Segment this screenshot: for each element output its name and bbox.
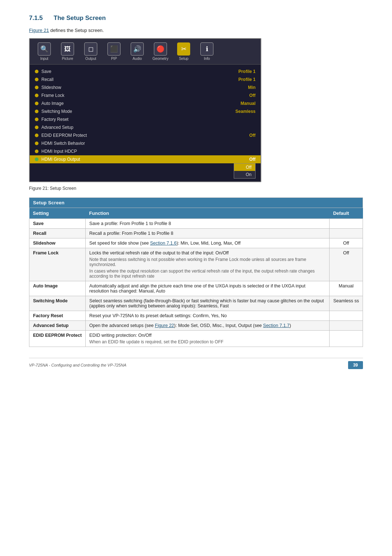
function-text: EDID writing protection: On/Off [89,333,326,338]
input-icon: 🔍 [38,42,51,56]
table-default-7 [330,321,363,331]
menu-value-8: Off [249,133,256,138]
geometry-label: Geometry [152,57,168,61]
menu-dot-5 [35,110,38,113]
table-row-8: EDID EEPROM ProtectEDID writing protecti… [29,331,363,347]
menu-row-1[interactable]: Recall Profile 1 [30,75,261,83]
menu-row-6[interactable]: Factory Reset [30,115,261,123]
table-row-7: Advanced SetupOpen the advanced setups (… [29,321,363,331]
function-text: Note that seamless switching is not poss… [89,257,326,267]
menu-label-0: Save [41,69,51,74]
menu-dot-7 [35,126,38,129]
table-default-3: Off [330,248,363,281]
function-text: Recall a profile: From Profile 1 to Prof… [89,231,326,236]
menu-value-2: Min [248,85,256,90]
table-setting-1: Recall [29,229,86,238]
function-text: Save a profile: From Profile 1 to Profil… [89,221,326,226]
dropdown-item-on[interactable]: On [234,171,255,178]
table-default-4: Manual [330,281,363,296]
menu-row-4[interactable]: Auto Image Manual [30,99,261,107]
menu-row-2[interactable]: Slideshow Min [30,83,261,91]
toolbar-item-picture[interactable]: 🖼 Picture [57,41,78,62]
table-default-8 [330,331,363,347]
function-text: Automatically adjust and align the pictu… [89,283,326,294]
table-col-setting: Setting [29,208,86,219]
menu-value-0: Profile 1 [238,69,256,74]
input-label: Input [40,57,48,61]
menu-dot-1 [35,78,38,81]
menu-row-5[interactable]: Switching Mode Seamless [30,107,261,115]
table-setting-5: Switching Mode [29,296,86,311]
toolbar-item-pip[interactable]: ⬛ PIP [103,41,125,62]
table-col-default: Default [330,208,363,219]
function-link2[interactable]: Section 7.1.7 [263,323,290,328]
menu-value-3: Off [249,93,256,98]
function-link[interactable]: Figure 22 [155,323,174,328]
page-footer: VP-725NA - Configuring and Controlling t… [29,358,363,369]
table-col-function: Function [86,208,330,219]
function-text: Reset your VP-725NA to its preset defaul… [89,313,326,318]
table-setting-2: Slideshow [29,238,86,248]
menu-row-3[interactable]: Frame Lock Off [30,91,261,99]
menu-dot-6 [35,118,38,121]
function-text: When an EDID file update is required, se… [89,339,326,344]
menu-value-11: Off [249,157,256,162]
toolbar-item-info[interactable]: ℹ Info [196,41,218,62]
table-function-8: EDID writing protection: On/OffWhen an E… [86,331,330,347]
table-function-3: Locks the vertical refresh rate of the o… [86,248,330,281]
footer-page-number: 39 [348,361,363,369]
menu-label-2: Slideshow [41,85,61,90]
table-row-6: Factory ResetReset your VP-725NA to its … [29,311,363,321]
pip-label: PIP [111,57,117,61]
info-label: Info [204,57,210,61]
table-setting-0: Save [29,219,86,229]
table-setting-8: EDID EEPROM Protect [29,331,86,347]
output-icon: ◻ [84,42,97,56]
table-default-0 [330,219,363,229]
menu-value-1: Profile 1 [238,77,256,82]
menu-dot-9 [35,142,38,145]
table-setting-4: Auto Image [29,281,86,296]
toolbar-item-setup[interactable]: ✂ Setup [173,41,195,62]
table-function-1: Recall a profile: From Profile 1 to Prof… [86,229,330,238]
pip-icon: ⬛ [107,42,121,56]
menu-row-0[interactable]: Save Profile 1 [30,68,261,75]
table-row-4: Auto ImageAutomatically adjust and align… [29,281,363,296]
table-default-2: Off [330,238,363,248]
menu-row-7[interactable]: Advanced Setup [30,123,261,131]
menu-row-10[interactable]: HDMI Input HDCP [30,147,261,155]
toolbar-item-input[interactable]: 🔍 Input [33,41,55,62]
toolbar-item-geometry[interactable]: 🔴 Geometry [150,41,171,62]
menu-list: Save Profile 1 Recall Profile 1 Slidesho… [30,65,261,181]
figure-caption: Figure 21: Setup Screen [29,186,363,191]
table-row-0: SaveSave a profile: From Profile 1 to Pr… [29,219,363,229]
menu-label-11: HDMI Group Output [41,157,80,162]
toolbar-item-audio[interactable]: 🔊 Audio [126,41,148,62]
menu-dot-8 [35,134,38,137]
menu-dot-4 [35,102,38,105]
setup-screen-mockup: 🔍 Input 🖼 Picture ◻ Output ⬛ PIP 🔊 Audio… [29,38,261,182]
menu-row-11[interactable]: HDMI Group Output Off [30,155,261,163]
toolbar: 🔍 Input 🖼 Picture ◻ Output ⬛ PIP 🔊 Audio… [30,39,261,65]
setup-screen-table: Setup ScreenSettingFunctionDefaultSaveSa… [29,197,363,347]
dropdown-item-off[interactable]: Off [234,164,255,171]
intro-paragraph: Figure 21 defines the Setup screen. [29,28,363,33]
table-title-row: Setup Screen [29,198,363,208]
section-title: The Setup Screen [54,15,106,22]
setup-label: Setup [179,57,188,61]
function-text: Locks the vertical refresh rate of the o… [89,250,326,255]
table-row-1: RecallRecall a profile: From Profile 1 t… [29,229,363,238]
menu-label-7: Advanced Setup [41,125,73,130]
table-row-2: SlideshowSet speed for slide show (see S… [29,238,363,248]
menu-row-8[interactable]: EDID EEPROM Protect Off [30,131,261,139]
menu-label-6: Factory Reset [41,117,69,122]
table-row-5: Switching ModeSelect seamless switching … [29,296,363,311]
toolbar-item-output[interactable]: ◻ Output [80,41,102,62]
menu-dot-10 [35,150,38,153]
section-number: 7.1.5 [29,15,43,22]
table-setting-6: Factory Reset [29,311,86,321]
figure21-link[interactable]: Figure 21 [29,28,49,33]
menu-row-9[interactable]: HDMI Switch Behavior [30,139,261,147]
footer-text: VP-725NA - Configuring and Controlling t… [29,363,126,367]
function-link[interactable]: Section 7.1.6 [150,241,177,246]
